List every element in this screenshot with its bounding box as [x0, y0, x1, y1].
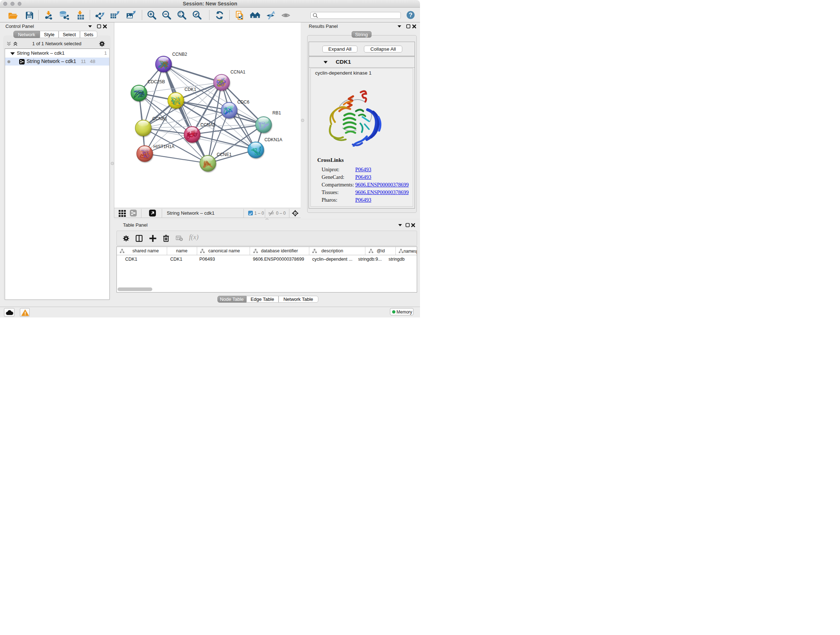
svg-text:CDKN1A: CDKN1A	[264, 137, 283, 142]
svg-text:CCNB2: CCNB2	[172, 52, 187, 57]
svg-text:CCNE1: CCNE1	[217, 152, 232, 157]
svg-text:CCNB1: CCNB1	[152, 116, 167, 121]
svg-text:CDC25B: CDC25B	[148, 79, 165, 84]
svg-text:?: ?	[409, 11, 412, 18]
svg-text:RB1: RB1	[272, 111, 281, 116]
svg-text:CCNA1: CCNA1	[231, 70, 246, 74]
svg-text:HIST1H1A: HIST1H1A	[153, 144, 175, 149]
svg-text:CCNA2: CCNA2	[201, 122, 216, 127]
svg-text:CDC6: CDC6	[237, 100, 249, 105]
svg-text:CDK1: CDK1	[185, 87, 196, 92]
